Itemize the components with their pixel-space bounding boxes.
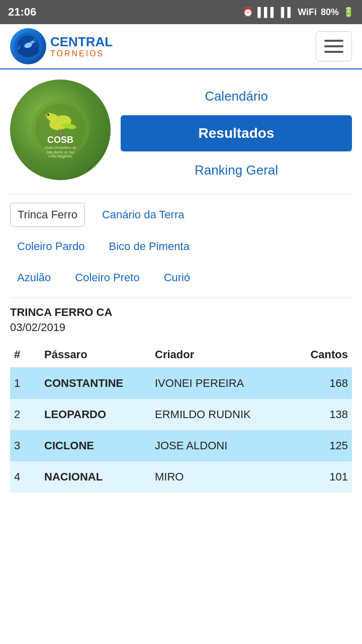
status-time: 21:06 <box>8 6 36 19</box>
criador-cell: JOSE ALDONI <box>151 430 277 461</box>
tab-azulao[interactable]: Azulão <box>10 266 58 289</box>
status-bar: 21:06 ⏰ ▌▌▌ ▌▌ WiFi 80% 🔋 <box>0 0 362 24</box>
section-date: 03/02/2019 <box>10 321 352 334</box>
svg-point-12 <box>47 114 49 116</box>
bird-cell: NACIONAL <box>40 461 151 493</box>
logo-container: ♪ ♫ CENTRAL TORNEIOS <box>10 28 113 64</box>
criador-cell: IVONEI PEREIRA <box>151 368 277 399</box>
tab-bico-pimenta[interactable]: Bico de Pimenta <box>102 235 197 258</box>
bird-cell: LEOPARDO <box>40 399 151 430</box>
logo-central: CENTRAL <box>50 35 113 49</box>
hamburger-line-2 <box>324 45 343 47</box>
tab-coleiro-preto[interactable]: Coleiro Preto <box>68 266 146 289</box>
criador-cell: ERMILDO RUDNIK <box>151 399 277 430</box>
results-table: # Pássaro Criador Cantos 1CONSTANTINEIVO… <box>10 342 352 493</box>
tab-coleiro-pardo[interactable]: Coleiro Pardo <box>10 235 92 258</box>
rank-cell: 3 <box>10 430 40 461</box>
header-row: # Pássaro Criador Cantos <box>10 342 352 368</box>
bird-cell: CONSTANTINE <box>40 368 151 399</box>
table-row: 2LEOPARDOERMILDO RUDNIK138 <box>10 399 352 430</box>
hamburger-button[interactable] <box>316 31 352 61</box>
tabs-row-2: Coleiro Pardo Bico de Pimenta <box>10 235 352 258</box>
alarm-icon: ⏰ <box>242 7 253 18</box>
hamburger-line-3 <box>324 51 343 53</box>
navbar: ♪ ♫ CENTRAL TORNEIOS <box>0 24 362 69</box>
col-rank: # <box>10 342 40 368</box>
resultados-button[interactable]: Resultados <box>121 115 352 151</box>
ranking-button[interactable]: Ranking Geral <box>121 158 352 182</box>
status-icons: ⏰ ▌▌▌ ▌▌ WiFi 80% 🔋 <box>242 7 354 18</box>
main-content: COSB Clube Ornitofílico de São Bento do … <box>0 69 362 493</box>
top-section: COSB Clube Ornitofílico de São Bento do … <box>10 79 352 182</box>
calendario-button[interactable]: Calendário <box>121 85 352 108</box>
svg-text:Clube Ornitofílico de: Clube Ornitofílico de <box>44 146 76 149</box>
col-criador: Criador <box>151 342 277 368</box>
svg-point-11 <box>46 113 52 119</box>
logo-icon: ♪ ♫ <box>10 28 46 64</box>
signal2-icon: ▌▌ <box>281 7 294 18</box>
rank-cell: 2 <box>10 399 40 430</box>
svg-text:São Bento do Sul: São Bento do Sul <box>47 150 74 154</box>
tabs-row-1: Trinca Ferro Canário da Terra <box>10 203 352 227</box>
battery-icon: 🔋 <box>343 7 354 18</box>
tabs-section: Trinca Ferro Canário da Terra Coleiro Pa… <box>10 194 352 289</box>
bird-cell: CICLONE <box>40 430 151 461</box>
cosb-svg: COSB Clube Ornitofílico de São Bento do … <box>30 99 90 159</box>
logo-torneios: TORNEIOS <box>50 49 113 58</box>
svg-text:e Rio Negrinho: e Rio Negrinho <box>49 154 72 158</box>
tabs-divider <box>10 297 352 298</box>
cantos-cell: 138 <box>277 399 352 430</box>
table-header: # Pássaro Criador Cantos <box>10 342 352 368</box>
hamburger-line-1 <box>324 40 343 42</box>
logo-text: CENTRAL TORNEIOS <box>50 35 113 58</box>
col-bird: Pássaro <box>40 342 151 368</box>
signal-icon: ▌▌▌ <box>257 7 277 18</box>
rank-cell: 1 <box>10 368 40 399</box>
table-body: 1CONSTANTINEIVONEI PEREIRA1682LEOPARDOER… <box>10 368 352 493</box>
table-row: 3CICLONEJOSE ALDONI125 <box>10 430 352 461</box>
nav-buttons: Calendário Resultados Ranking Geral <box>121 79 352 182</box>
section-title: TRINCA FERRO CA <box>10 306 352 319</box>
tab-curio[interactable]: Curió <box>157 266 198 289</box>
tab-canario-terra[interactable]: Canário da Terra <box>95 203 191 226</box>
battery-level: 80% <box>321 7 339 18</box>
criador-cell: MIRO <box>151 461 277 493</box>
svg-text:♪: ♪ <box>17 43 21 51</box>
table-row: 4NACIONALMIRO101 <box>10 461 352 493</box>
cantos-cell: 101 <box>277 461 352 493</box>
tab-trinca-ferro[interactable]: Trinca Ferro <box>10 203 85 227</box>
cosb-logo-inner: COSB Clube Ornitofílico de São Bento do … <box>30 99 90 161</box>
logo-svg: ♪ ♫ <box>13 31 43 61</box>
rank-cell: 4 <box>10 461 40 493</box>
cantos-cell: 168 <box>277 368 352 399</box>
wifi-icon: WiFi <box>298 7 317 18</box>
tabs-row-3: Azulão Coleiro Preto Curió <box>10 266 352 289</box>
col-cantos: Cantos <box>277 342 352 368</box>
table-row: 1CONSTANTINEIVONEI PEREIRA168 <box>10 368 352 399</box>
cosb-logo: COSB Clube Ornitofílico de São Bento do … <box>10 79 111 180</box>
cantos-cell: 125 <box>277 430 352 461</box>
svg-text:COSB: COSB <box>47 135 73 145</box>
